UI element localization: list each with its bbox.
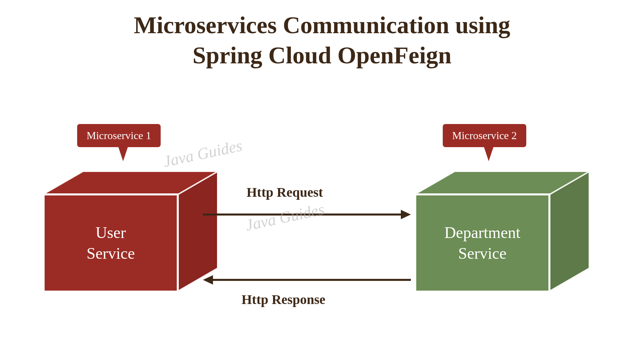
callout-microservice-1: Microservice 1 <box>77 124 161 147</box>
user-service-label: User Service <box>87 222 135 264</box>
callout-1-label: Microservice 1 <box>87 129 151 141</box>
http-response-arrow <box>203 273 411 287</box>
watermark-2: Java Guides <box>244 200 326 234</box>
diagram-title: Microservices Communication using Spring… <box>0 10 644 70</box>
http-request-label: Http Request <box>247 184 323 200</box>
http-response-label: Http Response <box>241 292 325 307</box>
svg-marker-3 <box>203 275 213 285</box>
user-label-line2: Service <box>87 244 135 262</box>
user-box-front: User Service <box>44 194 178 292</box>
dept-label-line1: Department <box>444 224 521 241</box>
department-service-label: Department Service <box>444 222 521 264</box>
callout-tail-1 <box>118 146 128 161</box>
callout-2-label: Microservice 2 <box>452 129 517 141</box>
user-label-line1: User <box>96 224 126 241</box>
dept-label-line2: Service <box>458 244 506 262</box>
dept-box-front: Department Service <box>415 194 549 292</box>
watermark-1: Java Guides <box>162 136 244 171</box>
svg-marker-1 <box>401 210 411 219</box>
title-line-1: Microservices Communication using <box>134 12 511 39</box>
title-line-2: Spring Cloud OpenFeign <box>193 42 451 69</box>
http-request-arrow <box>203 208 411 221</box>
callout-tail-2 <box>484 146 494 161</box>
callout-microservice-2: Microservice 2 <box>443 124 526 147</box>
